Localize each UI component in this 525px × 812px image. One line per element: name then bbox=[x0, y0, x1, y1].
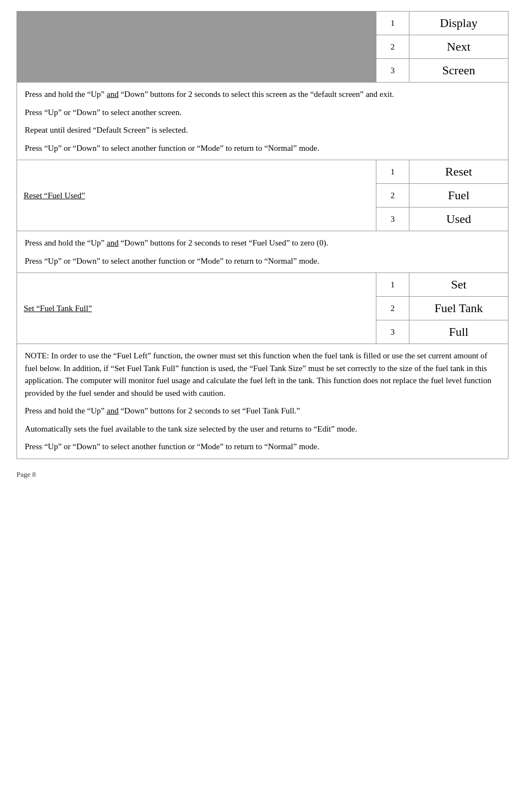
display-next-screen-row1: 1 Display bbox=[17, 12, 508, 35]
display-next-screen-label1: Display bbox=[409, 12, 508, 35]
set-fuel-tank-full-title-cell: Set “Fuel Tank Full” bbox=[17, 273, 376, 344]
set-fuel-tank-full-desc-p2: Press and hold the “Up” and “Down” butto… bbox=[25, 405, 500, 417]
reset-fuel-used-desc-p2: Press “Up” or “Down” to select another f… bbox=[25, 255, 500, 268]
reset-fuel-used-desc-p1: Press and hold the “Up” and “Down” butto… bbox=[25, 237, 500, 249]
set-fuel-tank-full-title: Set “Fuel Tank Full” bbox=[24, 304, 92, 313]
display-next-screen-num2: 2 bbox=[376, 35, 409, 59]
reset-fuel-used-num3: 3 bbox=[376, 208, 409, 231]
set-fuel-tank-full-row1: Set “Fuel Tank Full” 1 Set bbox=[17, 273, 508, 297]
display-next-screen-desc-p2: Press “Up” or “Down” to select another s… bbox=[25, 106, 500, 119]
set-fuel-tank-full-desc-p4: Press “Up” or “Down” to select another f… bbox=[25, 440, 500, 453]
reset-fuel-used-num2: 2 bbox=[376, 184, 409, 208]
set-fuel-tank-full-num1: 1 bbox=[376, 273, 409, 297]
reset-fuel-used-row1: Reset “Fuel Used” 1 Reset bbox=[17, 160, 508, 184]
reset-fuel-used-title-cell: Reset “Fuel Used” bbox=[17, 160, 376, 231]
display-next-screen-label3: Screen bbox=[409, 59, 508, 83]
set-fuel-tank-full-label3: Full bbox=[409, 320, 508, 344]
reset-fuel-used-label1: Reset bbox=[409, 160, 508, 184]
reset-fuel-used-desc-row: Press and hold the “Up” and “Down” butto… bbox=[17, 231, 508, 273]
set-fuel-tank-full-desc-p1: NOTE: In order to use the “Fuel Left” fu… bbox=[25, 350, 500, 399]
display-next-screen-desc-p3: Repeat until desired “Default Screen” is… bbox=[25, 124, 500, 137]
display-next-screen-description: Press and hold the “Up” and “Down” butto… bbox=[17, 83, 508, 160]
display-next-screen-desc-row: Press and hold the “Up” and “Down” butto… bbox=[17, 83, 508, 160]
page-footer: Page 8 bbox=[17, 470, 508, 479]
reset-fuel-used-num1: 1 bbox=[376, 160, 409, 184]
set-fuel-tank-full-label1: Set bbox=[409, 273, 508, 297]
set-fuel-tank-full-desc-p3: Automatically sets the fuel available to… bbox=[25, 423, 500, 435]
reset-fuel-used-title: Reset “Fuel Used” bbox=[24, 191, 85, 200]
reset-fuel-used-label3: Used bbox=[409, 208, 508, 231]
display-next-screen-num1: 1 bbox=[376, 12, 409, 35]
display-next-screen-num3: 3 bbox=[376, 59, 409, 83]
set-fuel-tank-full-label2: Fuel Tank bbox=[409, 297, 508, 320]
display-next-screen-desc-p1: Press and hold the “Up” and “Down” butto… bbox=[25, 88, 500, 101]
set-fuel-tank-full-num2: 2 bbox=[376, 297, 409, 320]
set-fuel-tank-full-description: NOTE: In order to use the “Fuel Left” fu… bbox=[17, 344, 508, 459]
display-next-screen-label2: Next bbox=[409, 35, 508, 59]
set-fuel-tank-full-desc-row: NOTE: In order to use the “Fuel Left” fu… bbox=[17, 344, 508, 459]
set-fuel-tank-full-num3: 3 bbox=[376, 320, 409, 344]
display-next-screen-desc-p4: Press “Up” or “Down” to select another f… bbox=[25, 142, 500, 155]
reset-fuel-used-description: Press and hold the “Up” and “Down” butto… bbox=[17, 231, 508, 273]
display-next-screen-desc-placeholder bbox=[17, 12, 376, 83]
reset-fuel-used-label2: Fuel bbox=[409, 184, 508, 208]
